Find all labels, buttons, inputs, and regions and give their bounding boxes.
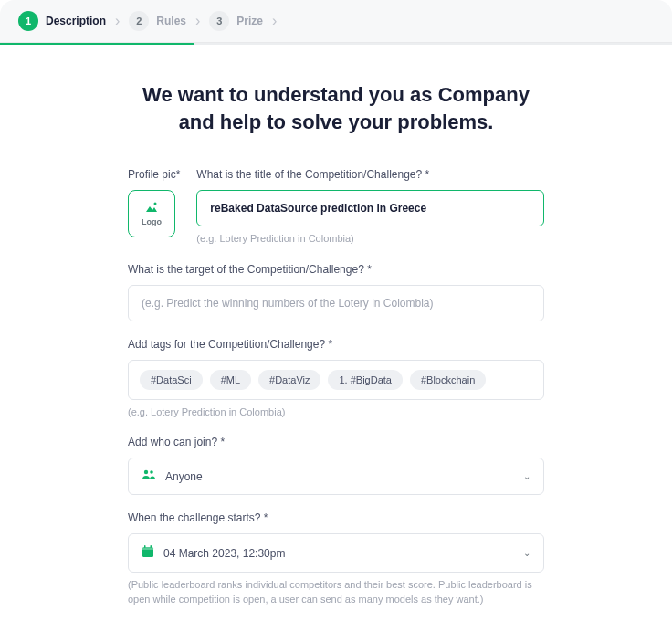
join-label: Add who can join? * <box>128 436 544 448</box>
tag-item[interactable]: #DataSci <box>140 370 203 390</box>
start-select[interactable]: 04 March 2023, 12:30pm ⌄ <box>128 533 544 573</box>
stepper: 1 Description › 2 Rules › 3 Prize › <box>0 0 672 43</box>
tag-item[interactable]: #ML <box>210 370 251 390</box>
step-number: 3 <box>209 11 229 31</box>
svg-rect-4 <box>142 547 153 550</box>
step-description[interactable]: 1 Description <box>18 11 106 31</box>
start-hint: (Public leaderboard ranks individual com… <box>128 578 544 606</box>
step-number: 1 <box>18 11 38 31</box>
calendar-icon <box>142 545 154 561</box>
svg-rect-6 <box>151 545 152 548</box>
tag-item[interactable]: #DataViz <box>258 370 320 390</box>
chevron-right-icon: › <box>272 13 277 29</box>
svg-point-1 <box>144 470 148 474</box>
title-hint: (e.g. Lotery Prediction in Colombia) <box>196 232 544 246</box>
step-label: Rules <box>156 15 186 27</box>
step-label: Description <box>46 15 106 27</box>
start-value: 04 March 2023, 12:30pm <box>163 547 514 560</box>
tags-hint: (e.g. Lotery Prediction in Colombia) <box>128 405 544 419</box>
logo-text: Logo <box>142 217 162 226</box>
step-rules[interactable]: 2 Rules <box>129 11 186 31</box>
step-number: 2 <box>129 11 149 31</box>
start-label: When the challenge starts? * <box>128 511 544 524</box>
tag-item[interactable]: 1. #BigData <box>328 370 402 390</box>
chevron-right-icon: › <box>115 13 120 29</box>
image-icon <box>145 202 158 216</box>
join-select[interactable]: Anyone ⌄ <box>128 458 544 495</box>
profile-label: Profile pic* <box>128 168 180 181</box>
chevron-down-icon: ⌄ <box>523 548 530 558</box>
form-content: We want to understand you as Company and… <box>0 45 672 621</box>
tags-input[interactable]: #DataSci #ML #DataViz 1. #BigData #Block… <box>128 360 544 400</box>
chevron-down-icon: ⌄ <box>523 471 530 481</box>
target-label: What is the target of the Competition/Ch… <box>128 263 544 276</box>
svg-point-0 <box>154 202 157 205</box>
svg-point-2 <box>150 470 153 474</box>
people-icon <box>142 469 156 483</box>
step-prize[interactable]: 3 Prize <box>209 11 263 31</box>
join-value: Anyone <box>165 470 514 483</box>
logo-upload[interactable]: Logo <box>128 190 175 237</box>
chevron-right-icon: › <box>195 13 200 29</box>
step-label: Prize <box>236 15 263 27</box>
tag-item[interactable]: #Blockchain <box>410 370 486 390</box>
target-input[interactable] <box>128 285 544 321</box>
title-label: What is the title of the Competition/Cha… <box>196 168 544 181</box>
svg-rect-5 <box>144 545 146 548</box>
tags-label: Add tags for the Competition/Challenge? … <box>128 338 544 351</box>
title-input[interactable] <box>196 190 544 226</box>
page-title: We want to understand you as Company and… <box>128 81 544 135</box>
